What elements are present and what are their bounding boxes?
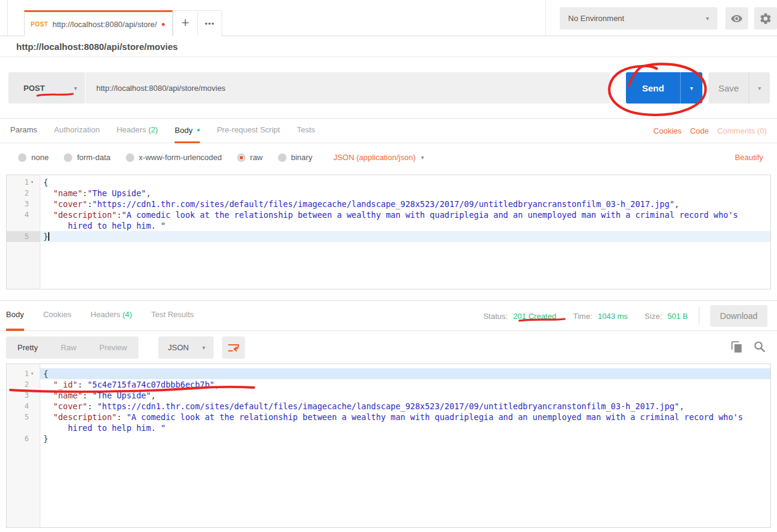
mode-binary[interactable]: binary [278,153,312,162]
request-body-editor[interactable]: 1▾{2 "name":"The Upside",3 "cover":"http… [6,175,771,289]
open-tabs-menu-button[interactable]: ••• [197,11,221,36]
size-label: Size: [645,312,662,321]
comments-link[interactable]: Comments (0) [717,126,767,135]
ellipsis-icon: ••• [205,19,215,28]
send-options-button[interactable]: ▾ [681,72,702,104]
code-line: 4 "cover": "https://cdn1.thr.com/sites/d… [7,401,770,412]
save-label: Save [708,72,749,104]
code-text: { [40,177,770,188]
response-tab-cookies[interactable]: Cookies [43,301,72,331]
code-line: 5} [7,231,770,242]
search-icon [753,340,766,353]
settings-button[interactable] [754,7,777,29]
code-line: 2 "name":"The Upside", [7,188,770,199]
code-line: 3 "name": "The Upside", [7,390,770,401]
response-view-toggle: Pretty Raw Preview [6,336,138,359]
wrap-lines-button[interactable] [222,336,245,359]
tab-authorization[interactable]: Authorization [54,119,100,143]
line-number: 4 [7,209,40,220]
body-mode-row: none form-data x-www-form-urlencoded raw… [0,143,777,172]
download-button[interactable]: Download [710,305,767,327]
view-preview[interactable]: Preview [88,336,138,359]
radio-unselected-icon [278,153,286,162]
response-view-bar: Pretty Raw Preview JSON ▾ [0,331,777,363]
code-line: 3 "cover":"https://cdn1.thr.com/sites/de… [7,199,770,209]
time-value: 1043 ms [598,312,628,321]
line-number: 3 [7,390,40,401]
send-button[interactable]: Send ▾ [626,72,702,104]
tab-actions: + ••• [173,10,222,36]
response-section: Body Cookies Headers (4) Test Results St… [0,300,777,528]
view-raw[interactable]: Raw [49,336,88,359]
mode-none[interactable]: none [18,153,49,162]
save-options-button[interactable]: ▾ [749,72,770,104]
fold-caret-icon[interactable]: ▾ [31,177,36,188]
unsaved-dot-icon: ● [161,20,166,28]
copy-icon [730,341,743,354]
chevron-down-icon: ▾ [690,85,693,91]
tab-method-label: POST [31,21,48,28]
code-text: hired to help him. " [40,220,770,231]
save-button[interactable]: Save ▾ [708,72,770,104]
tab-pre-request-script[interactable]: Pre-request Script [217,119,280,143]
environment-selector[interactable]: No Environment ▾ [560,7,717,29]
eye-icon [730,12,743,25]
line-number: 1▾ [7,368,40,379]
request-title-bar: http://localhost:8080/api/store/movies [0,36,777,57]
response-headers-count: (4) [122,310,132,319]
tab-params[interactable]: Params [10,119,37,143]
tab-tests[interactable]: Tests [297,119,315,143]
pane-divider [545,0,546,36]
response-tab-test-results[interactable]: Test Results [151,301,194,331]
environment-quicklook-button[interactable] [725,7,748,29]
mode-x-www-form-urlencoded[interactable]: x-www-form-urlencoded [126,153,222,162]
response-tab-body[interactable]: Body [6,301,24,331]
search-response-button[interactable] [753,340,766,356]
tab-headers[interactable]: Headers (2) [117,119,158,143]
method-selector[interactable]: POST ▾ [8,72,85,104]
headers-count: (2) [148,125,158,134]
beautify-link[interactable]: Beautify [735,153,763,162]
code-text: "cover":"https://cdn1.thr.com/sites/defa… [40,199,770,209]
copy-response-button[interactable] [730,341,743,356]
line-number: 2 [7,379,40,390]
url-input[interactable] [85,72,610,104]
response-meta-bar: Body Cookies Headers (4) Test Results St… [0,301,777,331]
mode-form-data[interactable]: form-data [64,153,111,162]
text-cursor [48,232,49,241]
chevron-down-icon: ▾ [74,85,77,91]
code-line: 4 "description":"A comedic look at the r… [7,209,770,220]
code-link[interactable]: Code [690,126,709,135]
radio-unselected-icon [18,153,26,162]
new-tab-button[interactable]: + [173,11,197,36]
fold-caret-icon[interactable]: ▾ [31,368,36,379]
view-pretty[interactable]: Pretty [6,336,49,359]
body-filled-dot-icon: ● [197,127,200,133]
content-type-selector[interactable]: JSON (application/json) ▾ [333,153,424,162]
word-wrap-icon [228,343,240,353]
radio-unselected-icon [126,153,134,162]
line-number: 2 [7,188,40,199]
line-number [7,220,40,231]
line-number [7,422,40,433]
chevron-down-icon: ▾ [202,344,205,351]
postman-app: POST http://localhost:8080/api/store/ ● … [0,0,777,532]
request-tab[interactable]: POST http://localhost:8080/api/store/ ● [24,10,173,36]
code-line: hired to help him. " [7,422,770,433]
code-text: hired to help him. " [40,422,770,433]
gear-icon [759,12,772,25]
line-number: 5 [7,231,40,242]
line-number: 5 [7,412,40,422]
tab-body[interactable]: Body● [175,119,200,143]
cookies-link[interactable]: Cookies [654,126,682,135]
response-format-selector[interactable]: JSON ▾ [158,336,214,359]
environment-label: No Environment [568,14,624,23]
mode-raw[interactable]: raw [237,153,263,162]
response-tab-headers[interactable]: Headers (4) [91,301,132,331]
code-line: 2 "_id": "5c4e715fa74c07dbbb6ecb7b", [7,379,770,390]
response-body-editor[interactable]: 1▾{2 "_id": "5c4e715fa74c07dbbb6ecb7b",3… [6,363,771,528]
code-line: 1▾{ [7,177,770,188]
tab-url-label: http://localhost:8080/api/store/ [52,20,156,29]
code-text: "description": "A comedic look at the re… [40,412,770,422]
line-number: 6 [7,433,40,444]
